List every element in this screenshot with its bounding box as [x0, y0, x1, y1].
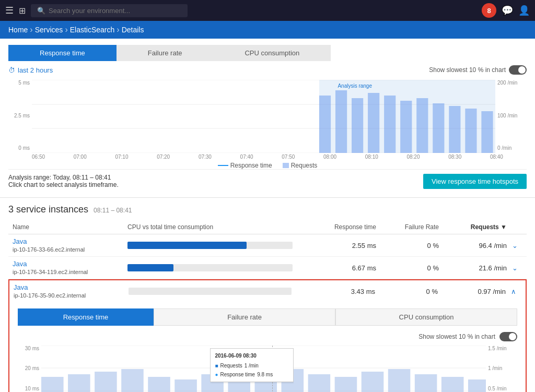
breadcrumb-details: Details	[122, 26, 144, 34]
time-link-label: last 2 hours	[18, 66, 53, 74]
chart-legend: Response time Requests	[8, 162, 527, 169]
tab-failure-rate[interactable]: Failure rate	[117, 45, 214, 61]
col-header-expand	[507, 223, 522, 231]
legend-label-requests: Requests	[291, 162, 318, 169]
breadcrumb-elasticsearch[interactable]: ElasticSearch	[70, 26, 115, 34]
svg-rect-10	[384, 96, 396, 153]
detail-tab-response[interactable]: Response time	[18, 308, 154, 326]
main-content: Response time Failure rate CPU consumpti…	[0, 39, 535, 392]
tooltip-date: 2016-06-09 08:30	[215, 351, 289, 360]
row-2-cpu-bar-container	[127, 264, 303, 271]
legend-line-response	[218, 165, 228, 166]
main-chart-container: 5 ms 2.5 ms 0 ms Analysis range	[8, 80, 527, 153]
row-3-cpu-bar-container	[129, 288, 302, 295]
svg-rect-25	[148, 377, 170, 392]
svg-rect-24	[121, 369, 144, 392]
breadcrumb-services[interactable]: Services	[35, 26, 63, 34]
tab-response-time[interactable]: Response time	[8, 45, 117, 61]
row-2-name: Java ip-10-176-34-119.ec2.internal	[13, 260, 127, 276]
search-icon: 🔍	[37, 7, 45, 15]
legend-label-response: Response time	[230, 162, 272, 169]
detail-chart-container: 30 ms 20 ms 10 ms 0 ms	[18, 346, 517, 392]
legend-bar-requests	[283, 163, 289, 168]
row-3-response-time: 3.43 ms	[302, 288, 375, 295]
svg-rect-13	[433, 103, 444, 153]
svg-rect-31	[308, 374, 331, 392]
row-3-cpu-bar	[129, 288, 292, 295]
analysis-text-container: Analysis range: Today, 08:11 – 08:41 Cli…	[8, 174, 119, 188]
col-header-requests[interactable]: Requests ▼	[439, 223, 507, 231]
row-1-name-link[interactable]: Java	[13, 237, 127, 245]
svg-rect-26	[175, 379, 197, 392]
table-header: Name CPU vs total time consumption Respo…	[8, 220, 527, 234]
detail-show-slowest: Show slowest 10 % in chart	[18, 332, 517, 341]
svg-rect-9	[368, 93, 379, 153]
svg-rect-35	[415, 374, 437, 392]
row-3-name-link[interactable]: Java	[14, 283, 129, 291]
main-chart-svg: Analysis range	[32, 80, 495, 153]
breadcrumb-home[interactable]: Home	[8, 26, 28, 34]
svg-rect-34	[388, 369, 411, 392]
user-icon[interactable]: 👤	[518, 5, 530, 16]
svg-rect-12	[416, 98, 428, 153]
svg-rect-37	[468, 379, 486, 392]
table-row: Java ip-10-176-33-66.ec2.internal 2.55 m…	[8, 234, 527, 257]
row-2-expand[interactable]: ⌄	[507, 264, 522, 272]
breadcrumb-sep-2: ›	[65, 25, 67, 34]
row-3-collapse[interactable]: ∧	[506, 288, 521, 295]
svg-rect-15	[465, 109, 476, 153]
detail-tab-cpu[interactable]: CPU consumption	[335, 308, 517, 326]
expanded-detail-panel: Response time Failure rate CPU consumpti…	[8, 302, 527, 392]
grid-icon[interactable]: ⊞	[19, 6, 26, 16]
tooltip-response-row: ● Response time 9.8 ms	[215, 370, 289, 379]
detail-show-slowest-label: Show slowest 10 % in chart	[418, 333, 495, 340]
toggle-switch[interactable]	[509, 65, 527, 75]
row-3-requests: 0.97 /min	[438, 288, 506, 295]
instances-time-range: 08:11 – 08:41	[94, 207, 132, 214]
svg-rect-8	[352, 98, 363, 153]
row-1-failure-rate: 0 %	[376, 242, 439, 250]
row-2-requests: 21.6 /min	[439, 264, 507, 272]
hamburger-icon[interactable]: ☰	[5, 5, 14, 16]
col-header-name: Name	[13, 223, 127, 231]
detail-y-axis-left: 30 ms 20 ms 10 ms 0 ms	[18, 346, 41, 392]
analysis-hint: Click chart to select analysis timeframe…	[8, 181, 119, 188]
svg-rect-16	[481, 111, 493, 153]
tooltip-requests-row: ■ Requests 1 /min	[215, 361, 289, 370]
view-hotspots-btn-top[interactable]: View response time hotspots	[423, 174, 527, 189]
search-input[interactable]	[49, 7, 181, 15]
chart-tabs: Response time Failure rate CPU consumpti…	[8, 45, 527, 61]
notification-badge[interactable]: 8	[482, 3, 496, 18]
detail-y-axis-right: 1.5 /min 1 /min 0.5 /min 0 /min	[486, 346, 517, 392]
col-header-failure: Failure Rate	[376, 223, 439, 231]
row-1-host: ip-10-176-33-66.ec2.internal	[13, 246, 85, 253]
instances-header: 3 service instances 08:11 – 08:41	[8, 204, 527, 215]
row-1-requests: 96.4 /min	[439, 242, 507, 250]
chat-icon[interactable]: 💬	[502, 5, 513, 16]
detail-toggle-switch[interactable]	[499, 332, 517, 341]
row-2-response-time: 6.67 ms	[303, 264, 376, 272]
clock-icon: ⏱	[8, 66, 15, 74]
detail-tab-failure[interactable]: Failure rate	[154, 308, 335, 326]
breadcrumb-sep-1: ›	[30, 25, 32, 34]
show-slowest-toggle: Show slowest 10 % in chart	[429, 65, 527, 75]
instances-title: 3 service instances	[8, 204, 88, 215]
row-1-expand[interactable]: ⌄	[507, 242, 522, 250]
table-row-selected: Java ip-10-176-35-90.ec2.internal 3.43 m…	[8, 279, 527, 303]
tab-cpu-consumption[interactable]: CPU consumption	[213, 45, 331, 61]
breadcrumb: Home › Services › ElasticSearch › Detail…	[0, 21, 535, 39]
row-2-name-link[interactable]: Java	[13, 260, 127, 268]
svg-rect-6	[319, 96, 331, 153]
x-axis-labels: 06:50 07:00 07:10 07:20 07:30 07:40 07:5…	[8, 153, 527, 160]
breadcrumb-sep-3: ›	[117, 25, 119, 34]
svg-rect-23	[95, 372, 117, 392]
col-header-response: Response time	[303, 223, 376, 231]
detail-chart-svg: 2016-06-09 08:30 ■ Requests 1 /min ● Res…	[41, 346, 486, 392]
row-1-cpu-bar	[127, 242, 293, 249]
svg-rect-7	[335, 90, 347, 153]
svg-rect-32	[335, 377, 357, 392]
analysis-range-text: Analysis range: Today, 08:11 – 08:41	[8, 174, 119, 181]
search-container[interactable]: 🔍	[31, 4, 188, 17]
time-link[interactable]: ⏱ last 2 hours	[8, 66, 53, 74]
topbar: ☰ ⊞ 🔍 8 💬 👤	[0, 0, 535, 21]
